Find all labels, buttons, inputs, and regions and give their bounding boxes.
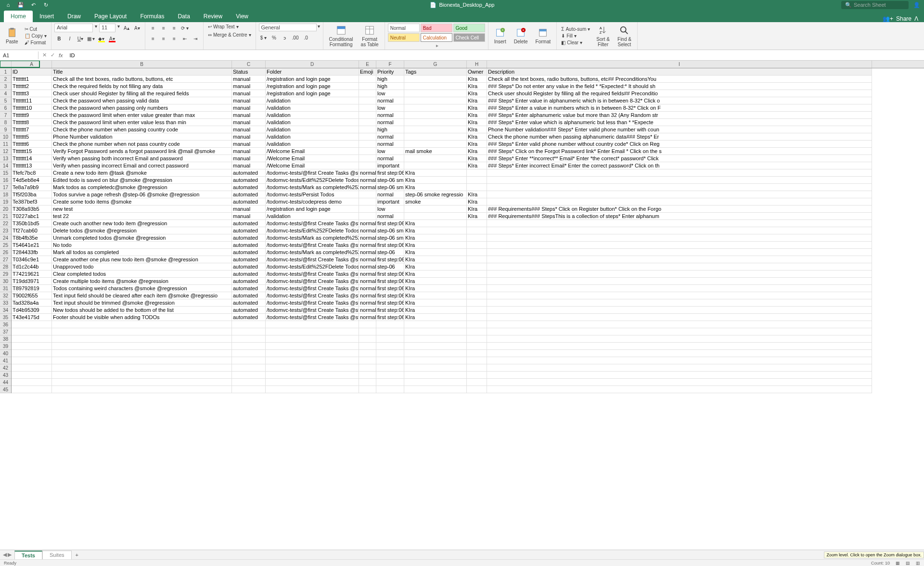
column-header-H[interactable]: H	[467, 61, 487, 68]
cell[interactable]: /todomvc-tests/codepress demo	[266, 198, 359, 206]
cell[interactable]	[467, 321, 487, 328]
share-button[interactable]: Share	[896, 15, 911, 22]
cell[interactable]	[487, 314, 872, 321]
cell[interactable]: first step:06 smoke story	[376, 169, 404, 177]
italic-button[interactable]: I	[65, 34, 75, 43]
cell[interactable]: Create multiple todo items @smoke @regre…	[52, 278, 232, 285]
underline-button[interactable]: U ▾	[76, 34, 85, 43]
cell[interactable]	[487, 328, 872, 335]
cell[interactable]	[52, 372, 232, 379]
cell[interactable]	[404, 357, 467, 364]
cell[interactable]: ### Steps* Enter a value in numbers whic…	[487, 104, 872, 112]
cell[interactable]: normal	[376, 112, 404, 119]
cell[interactable]: KIra	[404, 227, 467, 234]
cell[interactable]: Check user should Register by filling al…	[487, 90, 872, 97]
cell[interactable]	[487, 335, 872, 343]
cell[interactable]: normal	[376, 191, 404, 198]
cell[interactable]: KIra	[404, 220, 467, 227]
font-name-select[interactable]: Arial	[54, 24, 93, 32]
cell[interactable]: KIra	[467, 191, 487, 198]
cell[interactable]: New todos should be added to the bottom …	[52, 307, 232, 314]
accept-formula-icon[interactable]: ✓	[51, 52, 55, 58]
cell[interactable]: important	[376, 162, 404, 169]
row-header[interactable]: 24	[0, 234, 11, 242]
cell[interactable]: Create ouch another new todo item @regre…	[52, 220, 232, 227]
cell[interactable]	[487, 249, 872, 256]
cell[interactable]: new test	[52, 206, 232, 213]
cell[interactable]	[52, 386, 232, 393]
cell[interactable]	[232, 328, 266, 335]
row-header[interactable]: 28	[0, 263, 11, 270]
cell[interactable]: manual	[232, 155, 266, 162]
cell[interactable]: T43e4175d	[12, 314, 52, 321]
ribbon-tab-formulas[interactable]: Formulas	[133, 11, 171, 22]
cell[interactable]	[359, 119, 376, 126]
cell[interactable]	[404, 206, 467, 213]
align-right-icon[interactable]: ≡	[169, 34, 179, 43]
cell[interactable]: normal	[376, 155, 404, 162]
cell[interactable]: ### Requirements### StepsThis is a colle…	[487, 213, 872, 220]
cell[interactable]: Priority	[376, 68, 404, 76]
cell[interactable]: normal	[359, 270, 376, 278]
ribbon-tab-view[interactable]: View	[229, 11, 255, 22]
align-bottom-icon[interactable]: ≡	[169, 24, 179, 32]
cell[interactable]: first step:06 smoke story	[376, 270, 404, 278]
cell[interactable]: KIra	[404, 285, 467, 292]
cell[interactable]	[359, 126, 376, 133]
cell[interactable]: T4d5eb8e4	[12, 177, 52, 184]
cell[interactable]: /validation	[266, 126, 359, 133]
cell[interactable]: Phone Number validation	[52, 133, 232, 141]
ribbon-tab-data[interactable]: Data	[171, 11, 196, 22]
cell[interactable]: ### Steps* Enter alphanumeric value but …	[487, 112, 872, 119]
cell[interactable]	[12, 328, 52, 335]
cell[interactable]: normal	[376, 213, 404, 220]
cell[interactable]: normal	[359, 249, 376, 256]
cell[interactable]: Te8a7a9b9	[12, 184, 52, 191]
cell[interactable]	[376, 350, 404, 357]
cell[interactable]	[359, 364, 376, 372]
cell[interactable]: KIra	[467, 104, 487, 112]
cell[interactable]	[232, 357, 266, 364]
cell[interactable]	[487, 242, 872, 249]
cell[interactable]	[232, 321, 266, 328]
cell[interactable]: normal	[359, 184, 376, 191]
cell[interactable]: low	[376, 148, 404, 155]
style-good[interactable]: Good	[453, 24, 485, 32]
row-header[interactable]: 18	[0, 191, 11, 198]
cell[interactable]: Text input field should be cleared after…	[52, 292, 232, 299]
cell[interactable]: step-06 smoke regressio	[376, 227, 404, 234]
ribbon-tab-review[interactable]: Review	[197, 11, 229, 22]
cell[interactable]	[232, 364, 266, 372]
cell[interactable]: Emoji	[359, 68, 376, 76]
cell[interactable]: /validation	[266, 97, 359, 104]
ribbon-tab-insert[interactable]: Insert	[33, 11, 61, 22]
cell[interactable]: Check the required fields by not filling…	[52, 83, 232, 90]
cell[interactable]	[266, 321, 359, 328]
cell[interactable]: Unmark completed todos @smoke @regressio…	[52, 234, 232, 242]
cell[interactable]: Tttttttt14	[12, 155, 52, 162]
cell[interactable]	[376, 328, 404, 335]
cell[interactable]	[12, 343, 52, 350]
cell[interactable]	[376, 386, 404, 393]
cell[interactable]: Te387bef3	[12, 198, 52, 206]
percent-button[interactable]: %	[270, 33, 279, 42]
cell[interactable]: automated	[232, 256, 266, 263]
cell[interactable]: Tttttttt8	[12, 119, 52, 126]
cell[interactable]: Unapproved todo	[52, 263, 232, 270]
cell[interactable]: Check user should Register by filling al…	[52, 90, 232, 97]
cell[interactable]	[404, 213, 467, 220]
cell[interactable]	[359, 372, 376, 379]
cell[interactable]: Tfefc7bc8	[12, 169, 52, 177]
cell[interactable]	[359, 198, 376, 206]
cell[interactable]	[467, 379, 487, 386]
cell[interactable]	[266, 335, 359, 343]
column-header-G[interactable]: G	[404, 61, 467, 68]
cell[interactable]	[404, 321, 467, 328]
cell[interactable]	[359, 350, 376, 357]
row-header[interactable]: 25	[0, 242, 11, 249]
cell[interactable]	[12, 357, 52, 364]
sort-filter-button[interactable]: AZ Sort & Filter	[593, 24, 613, 48]
cell[interactable]: automated	[232, 292, 266, 299]
number-format-select[interactable]: General	[259, 24, 317, 31]
cell[interactable]	[12, 335, 52, 343]
